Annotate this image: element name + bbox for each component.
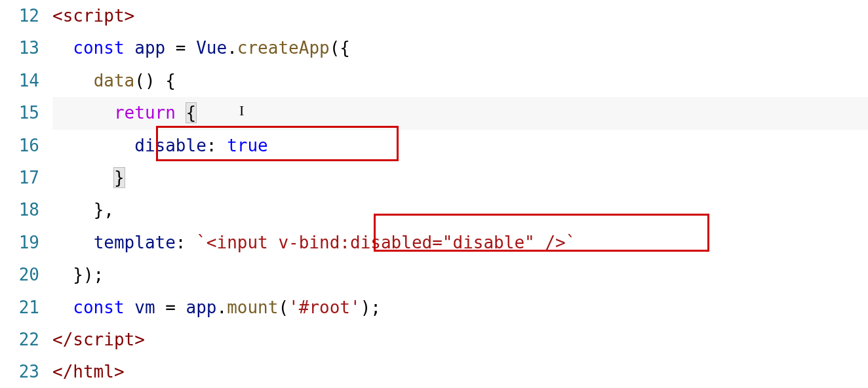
code-line[interactable]: </html> [52,356,868,388]
code-editor[interactable]: 12 13 14 15 16 17 18 19 20 21 22 23 <scr… [0,0,868,388]
punct-token: = [165,38,196,58]
punct-token: ({ [330,38,350,58]
tag-token: </script> [52,330,145,349]
boolean-token: true [227,136,268,155]
string-token: ` [566,233,576,252]
line-number: 22 [0,324,39,356]
function-token: mount [227,298,278,317]
line-number: 14 [0,65,39,97]
code-line[interactable]: template: `<input v-bind:disabled="disab… [52,227,868,259]
line-number: 16 [0,130,39,162]
keyword-token: const [73,298,124,317]
indent [52,233,94,252]
punct-token: ); [361,298,381,317]
string-token: <input v-bind:disabled="disable" /> [207,233,566,252]
space [125,38,135,58]
code-area[interactable]: <script> const app = Vue.createApp({ dat… [52,0,868,388]
brace-token: } [114,168,125,187]
code-line[interactable]: } [52,162,868,194]
indent [52,38,73,58]
code-line[interactable]: <script> [52,0,868,32]
code-line[interactable]: data() { [52,65,868,97]
code-line[interactable]: const vm = app.mount('#root'); [52,292,868,324]
keyword-token: const [73,38,124,58]
punct-token: . [227,38,237,58]
variable-token: app [134,38,165,58]
code-line[interactable]: }, [52,194,868,226]
line-number: 12 [0,0,39,32]
punct-token: : [207,136,227,155]
variable-token: vm [134,298,155,317]
property-token: template [94,233,176,252]
indent [52,103,114,123]
line-number: 23 [0,356,39,388]
line-number: 17 [0,162,39,194]
function-token: createApp [237,38,330,58]
indent [52,168,114,187]
space [176,103,186,123]
line-number-gutter: 12 13 14 15 16 17 18 19 20 21 22 23 [0,0,52,388]
indent [52,265,73,284]
code-line[interactable]: }); [52,259,868,291]
function-token: data [94,71,135,90]
punct-token: ( [278,298,288,317]
namespace-token: Vue [196,38,227,58]
string-token: '#root' [288,298,361,317]
indent [52,136,134,155]
space [125,298,135,317]
property-token: disable [134,136,207,155]
punct-token: }, [94,200,114,220]
line-number: 20 [0,259,39,291]
line-number: 19 [0,227,39,259]
code-line[interactable]: const app = Vue.createApp({ [52,32,868,64]
string-token: ` [196,233,207,252]
punct-token: () { [134,71,176,90]
punct-token: = [155,298,186,317]
line-number: 18 [0,194,39,226]
indent [52,71,94,90]
keyword-token: return [114,103,176,123]
line-number: 15 [0,97,39,129]
variable-token: app [186,298,217,317]
code-line[interactable]: disable: true [52,130,868,162]
punct-token: }); [73,265,104,284]
punct-token: : [176,233,196,252]
punct-token: . [217,298,227,317]
code-line[interactable]: </script> [52,324,868,356]
line-number: 13 [0,32,39,64]
indent [52,200,94,220]
tag-token: </html> [52,362,125,381]
code-line-active[interactable]: return { [52,97,868,129]
brace-token: { [186,103,197,123]
line-number: 21 [0,292,39,324]
tag-token: <script> [52,6,134,26]
indent [52,298,73,317]
